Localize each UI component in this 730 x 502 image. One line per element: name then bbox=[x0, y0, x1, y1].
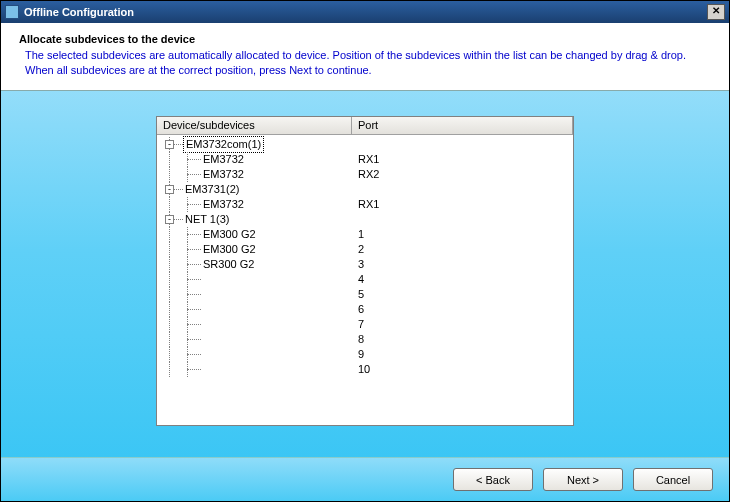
tree-row[interactable]: -NET 1(3) bbox=[157, 212, 573, 227]
tree-row[interactable]: EM3732RX2 bbox=[157, 167, 573, 182]
collapse-icon[interactable]: - bbox=[165, 215, 174, 224]
tree-node-port: 9 bbox=[352, 347, 573, 362]
wizard-button-bar: < Back Next > Cancel bbox=[1, 457, 729, 501]
tree-row[interactable]: 7 bbox=[157, 317, 573, 332]
next-button[interactable]: Next > bbox=[543, 468, 623, 491]
page-subheading: The selected subdevices are automaticall… bbox=[25, 48, 711, 78]
tree-row[interactable]: 8 bbox=[157, 332, 573, 347]
tree-node-port bbox=[352, 212, 573, 227]
tree-node-port: RX2 bbox=[352, 167, 573, 182]
tree-node-label[interactable]: SR300 G2 bbox=[201, 257, 256, 272]
tree-row[interactable]: 9 bbox=[157, 347, 573, 362]
tree-row[interactable]: 6 bbox=[157, 302, 573, 317]
tree-body[interactable]: -EM3732com(1)EM3732RX1EM3732RX2-EM3731(2… bbox=[157, 135, 573, 425]
tree-row[interactable]: EM3732RX1 bbox=[157, 197, 573, 212]
header-panel: Allocate subdevices to the device The se… bbox=[1, 23, 729, 91]
collapse-icon[interactable]: - bbox=[165, 185, 174, 194]
tree-node-label[interactable]: EM3732 bbox=[201, 167, 246, 182]
tree-row[interactable]: EM300 G21 bbox=[157, 227, 573, 242]
titlebar[interactable]: Offline Configuration ✕ bbox=[1, 1, 729, 23]
tree-node-port: 1 bbox=[352, 227, 573, 242]
tree-node-port: 6 bbox=[352, 302, 573, 317]
window-title: Offline Configuration bbox=[24, 6, 707, 18]
cancel-button[interactable]: Cancel bbox=[633, 468, 713, 491]
app-icon bbox=[5, 5, 19, 19]
tree-node-port: 10 bbox=[352, 362, 573, 377]
tree-row[interactable]: 5 bbox=[157, 287, 573, 302]
column-header-device[interactable]: Device/subdevices bbox=[157, 117, 352, 134]
tree-header: Device/subdevices Port bbox=[157, 117, 573, 135]
tree-row[interactable]: EM3732RX1 bbox=[157, 152, 573, 167]
tree-node-port: 4 bbox=[352, 272, 573, 287]
tree-node-label[interactable]: EM3731(2) bbox=[183, 182, 241, 197]
tree-node-port: 8 bbox=[352, 332, 573, 347]
tree-row[interactable]: -EM3731(2) bbox=[157, 182, 573, 197]
tree-node-port bbox=[352, 182, 573, 197]
tree-row[interactable]: EM300 G22 bbox=[157, 242, 573, 257]
content-area: Device/subdevices Port -EM3732com(1)EM37… bbox=[1, 91, 729, 457]
tree-node-port: RX1 bbox=[352, 197, 573, 212]
back-button[interactable]: < Back bbox=[453, 468, 533, 491]
tree-node-label[interactable]: NET 1(3) bbox=[183, 212, 231, 227]
tree-node-label[interactable]: EM3732com(1) bbox=[183, 136, 264, 153]
tree-node-port: 2 bbox=[352, 242, 573, 257]
tree-row[interactable]: 10 bbox=[157, 362, 573, 377]
collapse-icon[interactable]: - bbox=[165, 140, 174, 149]
tree-node-label[interactable]: EM3732 bbox=[201, 152, 246, 167]
tree-row[interactable]: -EM3732com(1) bbox=[157, 137, 573, 152]
device-tree[interactable]: Device/subdevices Port -EM3732com(1)EM37… bbox=[156, 116, 574, 426]
tree-node-label[interactable]: EM300 G2 bbox=[201, 242, 258, 257]
tree-row[interactable]: SR300 G23 bbox=[157, 257, 573, 272]
tree-node-label[interactable]: EM300 G2 bbox=[201, 227, 258, 242]
tree-node-port: 5 bbox=[352, 287, 573, 302]
tree-node-port bbox=[352, 137, 573, 152]
tree-node-port: RX1 bbox=[352, 152, 573, 167]
tree-node-port: 7 bbox=[352, 317, 573, 332]
tree-node-label[interactable]: EM3732 bbox=[201, 197, 246, 212]
column-header-port[interactable]: Port bbox=[352, 117, 573, 134]
close-button[interactable]: ✕ bbox=[707, 4, 725, 20]
offline-config-window: Offline Configuration ✕ Allocate subdevi… bbox=[0, 0, 730, 502]
page-heading: Allocate subdevices to the device bbox=[19, 33, 711, 45]
tree-node-port: 3 bbox=[352, 257, 573, 272]
tree-row[interactable]: 4 bbox=[157, 272, 573, 287]
